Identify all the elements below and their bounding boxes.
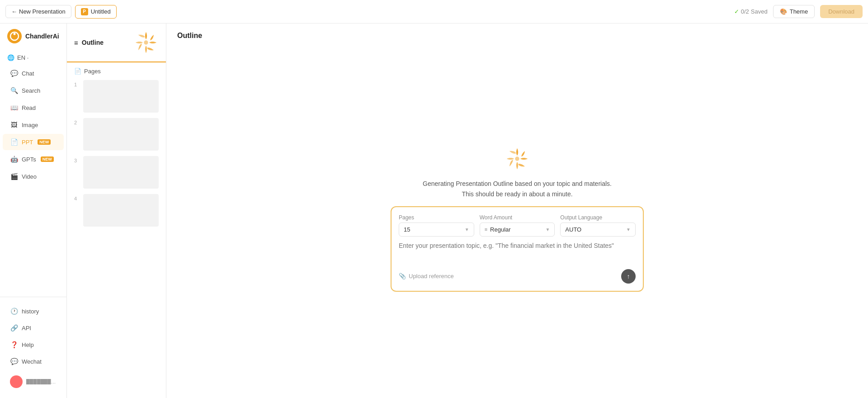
page-item-2[interactable]: 2 [74, 118, 159, 151]
language-selector[interactable]: 🌐 EN · [0, 51, 66, 65]
content-area: Outline [166, 24, 868, 398]
content-title: Outline [166, 24, 868, 40]
wechat-label: Wechat [22, 358, 42, 365]
lang-group: Output Language AUTO ▼ [560, 214, 636, 237]
ppt-badge: NEW [38, 139, 51, 145]
pages-icon: 📄 [74, 68, 81, 75]
page-item-3[interactable]: 3 [74, 156, 159, 189]
theme-icon: 🎨 [780, 8, 787, 15]
sidebar-item-gpts[interactable]: 🤖 GPTs NEW [3, 151, 64, 167]
list-icon: ≡ [74, 39, 78, 47]
search-icon: 🔍 [10, 86, 18, 95]
untitled-tab[interactable]: P Untitled [75, 5, 117, 19]
page-thumb-2 [83, 118, 159, 151]
sidebar-item-ppt[interactable]: 📄 PPT NEW [3, 134, 64, 150]
read-label: Read [22, 104, 36, 111]
wechat-icon: 💬 [10, 357, 18, 365]
pages-group: Pages 15 ▼ [399, 214, 474, 237]
logo-text: ChandlerAi [25, 33, 59, 40]
lang-chevron-icon: ▼ [626, 227, 631, 232]
panel: ≡ Outline 📄 Page [67, 24, 166, 398]
paperclip-icon: 📎 [399, 273, 406, 280]
topbar: ← New Presentation P Untitled ✓ 0/2 Save… [0, 0, 868, 24]
sidebar: ChandlerAi 🌐 EN · 💬 Chat 🔍 Search 📖 Read… [0, 24, 67, 398]
sidebar-item-search[interactable]: 🔍 Search [3, 82, 64, 99]
pages-chevron-icon: ▼ [465, 227, 469, 232]
page-num-3: 3 [74, 158, 80, 163]
back-button-label: New Presentation [19, 8, 66, 15]
sidebar-item-history[interactable]: 🕐 history [3, 303, 64, 319]
page-num-4: 4 [74, 196, 80, 201]
gen-line1: Generating Presentation Outline based on… [423, 179, 612, 189]
sidebar-item-help[interactable]: ❓ Help [3, 336, 64, 353]
generating-area: Generating Presentation Outline based on… [391, 146, 644, 292]
chat-label: Chat [22, 70, 34, 77]
pages-select[interactable]: 15 ▼ [399, 223, 474, 237]
ppt-label: PPT [22, 139, 33, 146]
sidebar-item-api[interactable]: 🔗 API [3, 320, 64, 336]
word-form-label: Word Amount [480, 214, 555, 221]
api-icon: 🔗 [10, 324, 18, 332]
ppt-icon: 📄 [10, 138, 18, 146]
download-button[interactable]: Download [820, 5, 863, 18]
theme-button[interactable]: 🎨 Theme [773, 5, 815, 18]
api-label: API [22, 325, 31, 332]
help-icon: ❓ [10, 341, 18, 349]
sidebar-item-read[interactable]: 📖 Read [3, 100, 64, 116]
pages-form-label: Pages [399, 214, 474, 221]
sidebar-item-wechat[interactable]: 💬 Wechat [3, 353, 64, 370]
user-profile[interactable]: ████████████ [3, 371, 64, 392]
theme-label: Theme [790, 8, 808, 15]
new-presentation-button[interactable]: ← New Presentation [5, 5, 71, 18]
word-select[interactable]: ≡ Regular ▼ [480, 223, 555, 237]
saved-status: ✓ 0/2 Saved [734, 8, 768, 15]
word-amount-group: Word Amount ≡ Regular ▼ [480, 214, 555, 237]
sidebar-item-video[interactable]: 🎬 Video [3, 168, 64, 185]
logo-icon [7, 29, 22, 43]
form-box: Pages 15 ▼ Word Amount ≡ Regul [391, 206, 644, 292]
history-icon: 🕐 [10, 307, 18, 315]
topic-input[interactable] [399, 242, 636, 264]
download-label: Download [828, 8, 854, 15]
globe-icon: 🌐 [7, 54, 14, 61]
sidebar-item-chat[interactable]: 💬 Chat [3, 65, 64, 81]
sidebar-bottom: 🕐 history 🔗 API ❓ Help 💬 Wechat ████████… [0, 297, 66, 393]
page-item-4[interactable]: 4 [74, 194, 159, 227]
lang-value: AUTO [565, 226, 581, 233]
avatar [10, 375, 23, 388]
word-chevron-icon: ▼ [545, 227, 550, 232]
outline-label: Outline [82, 39, 104, 46]
generating-spinner-icon [505, 146, 530, 171]
outline-header[interactable]: ≡ Outline [67, 24, 166, 62]
lang-select[interactable]: AUTO ▼ [560, 223, 636, 237]
word-amount-icon: ≡ [485, 227, 487, 232]
sidebar-item-image[interactable]: 🖼 Image [3, 117, 64, 133]
form-row-top: Pages 15 ▼ Word Amount ≡ Regul [399, 214, 636, 237]
video-label: Video [22, 173, 37, 180]
upload-label: Upload reference [409, 273, 454, 280]
saved-label: Saved [751, 8, 768, 15]
page-thumb-4 [83, 194, 159, 227]
gen-line2: This should be ready in about a minute. [423, 189, 612, 199]
page-thumb-1 [83, 80, 159, 113]
topbar-right: ✓ 0/2 Saved 🎨 Theme Download [734, 5, 863, 18]
image-icon: 🖼 [10, 121, 18, 129]
image-label: Image [22, 122, 38, 128]
pages-value: 15 [404, 226, 410, 233]
arrow-up-icon: ↑ [627, 273, 630, 280]
generating-text: Generating Presentation Outline based on… [423, 179, 612, 199]
back-icon: ← [11, 8, 17, 15]
check-icon: ✓ [734, 8, 739, 15]
page-item-1[interactable]: 1 [74, 80, 159, 113]
content-main: Generating Presentation Outline based on… [166, 40, 868, 398]
help-label: Help [22, 341, 34, 348]
submit-button[interactable]: ↑ [621, 269, 636, 284]
gpts-badge: NEW [41, 156, 54, 162]
pages-header: 📄 Pages [67, 62, 166, 78]
history-label: history [22, 308, 39, 315]
video-icon: 🎬 [10, 172, 18, 180]
word-select-inner: ≡ Regular [485, 226, 511, 233]
gpts-icon: 🤖 [10, 155, 18, 163]
topbar-left: ← New Presentation P Untitled [5, 5, 117, 19]
upload-reference-button[interactable]: 📎 Upload reference [399, 273, 454, 280]
